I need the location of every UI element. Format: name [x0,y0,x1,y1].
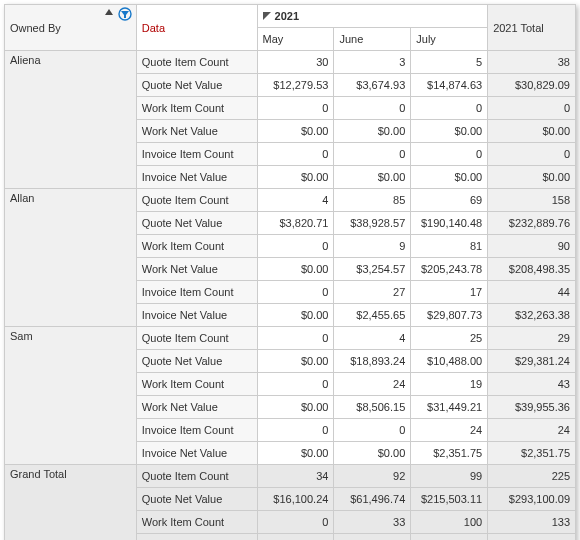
metric-label: Work Item Count [136,373,257,396]
total-cell: $208,498.35 [488,258,576,281]
total-cell: 158 [488,189,576,212]
owner-cell[interactable]: Grand Total [5,465,137,541]
total-cell: $0.00 [488,120,576,143]
metric-label: Work Net Value [136,258,257,281]
metric-label: Invoice Item Count [136,143,257,166]
metric-label: Work Net Value [136,396,257,419]
year-total-header[interactable]: 2021 Total [488,5,576,51]
table-row: SamQuote Item Count042529 [5,327,576,350]
value-cell: $38,928.57 [334,212,411,235]
total-cell: 133 [488,511,576,534]
value-cell: $236,692.99 [411,534,488,541]
owned-by-header[interactable]: Owned By [5,5,137,51]
value-cell: $205,243.78 [411,258,488,281]
total-cell: $30,829.09 [488,74,576,97]
value-cell: 9 [334,235,411,258]
metric-label: Quote Net Value [136,488,257,511]
value-cell: 99 [411,465,488,488]
value-cell: $190,140.48 [411,212,488,235]
month-header-june[interactable]: June [334,28,411,51]
month-header-may[interactable]: May [257,28,334,51]
value-cell: 0 [334,97,411,120]
metric-label: Invoice Net Value [136,166,257,189]
year-label: 2021 [275,10,299,22]
value-cell: $0.00 [411,120,488,143]
collapse-icon[interactable] [263,10,271,22]
value-cell: 81 [411,235,488,258]
table-row: Grand TotalQuote Item Count349299225 [5,465,576,488]
value-cell: $2,351.75 [411,442,488,465]
owner-cell[interactable]: Allan [5,189,137,327]
owner-cell[interactable]: Aliena [5,51,137,189]
value-cell: $14,874.63 [411,74,488,97]
value-cell: 5 [411,51,488,74]
value-cell: $0.00 [257,120,334,143]
value-cell: 0 [334,419,411,442]
value-cell: 100 [411,511,488,534]
value-cell: $0.00 [334,166,411,189]
metric-label: Work Item Count [136,235,257,258]
metric-label: Invoice Item Count [136,281,257,304]
value-cell: 85 [334,189,411,212]
data-header[interactable]: Data [136,5,257,51]
value-cell: $0.00 [334,120,411,143]
total-cell: 29 [488,327,576,350]
svg-marker-0 [105,9,113,15]
value-cell: 0 [257,327,334,350]
value-cell: 0 [257,97,334,120]
metric-label: Work Net Value [136,120,257,143]
value-cell: 24 [334,373,411,396]
total-cell: $0.00 [488,166,576,189]
metric-label: Quote Item Count [136,51,257,74]
value-cell: $61,496.74 [334,488,411,511]
total-cell: 90 [488,235,576,258]
metric-label: Quote Item Count [136,189,257,212]
metric-label: Invoice Net Value [136,442,257,465]
total-cell: 38 [488,51,576,74]
value-cell: $0.00 [257,396,334,419]
filter-icon[interactable] [118,7,132,21]
metric-label: Invoice Item Count [136,419,257,442]
value-cell: 92 [334,465,411,488]
value-cell: 0 [257,281,334,304]
owner-cell[interactable]: Sam [5,327,137,465]
value-cell: $3,820.71 [257,212,334,235]
value-cell: $0.00 [257,442,334,465]
metric-label: Work Item Count [136,97,257,120]
value-cell: 34 [257,465,334,488]
value-cell: $0.00 [257,304,334,327]
value-cell: 3 [334,51,411,74]
value-cell: $0.00 [334,442,411,465]
metric-label: Quote Item Count [136,327,257,350]
data-header-label: Data [142,22,165,34]
value-cell: 33 [334,511,411,534]
value-cell: 0 [411,97,488,120]
svg-marker-3 [263,12,271,20]
value-cell: $12,279.53 [257,74,334,97]
value-cell: $3,254.57 [334,258,411,281]
month-header-july[interactable]: July [411,28,488,51]
total-cell: 225 [488,465,576,488]
metric-label: Quote Item Count [136,465,257,488]
value-cell: 19 [411,373,488,396]
value-cell: 17 [411,281,488,304]
total-cell: $2,351.75 [488,442,576,465]
value-cell: $11,760.72 [334,534,411,541]
value-cell: $10,488.00 [411,350,488,373]
value-cell: 27 [334,281,411,304]
value-cell: $0.00 [411,166,488,189]
year-header[interactable]: 2021 [257,5,488,28]
table-row: AlienaQuote Item Count303538 [5,51,576,74]
total-cell: $39,955.36 [488,396,576,419]
value-cell: $3,674.93 [334,74,411,97]
sort-asc-icon[interactable] [104,7,114,17]
owned-by-label: Owned By [10,22,61,34]
table-row: AllanQuote Item Count48569158 [5,189,576,212]
total-cell: 0 [488,143,576,166]
value-cell: $31,449.21 [411,396,488,419]
total-cell: $32,263.38 [488,304,576,327]
metric-label: Work Item Count [136,511,257,534]
value-cell: $0.00 [257,534,334,541]
value-cell: 0 [257,419,334,442]
value-cell: 30 [257,51,334,74]
